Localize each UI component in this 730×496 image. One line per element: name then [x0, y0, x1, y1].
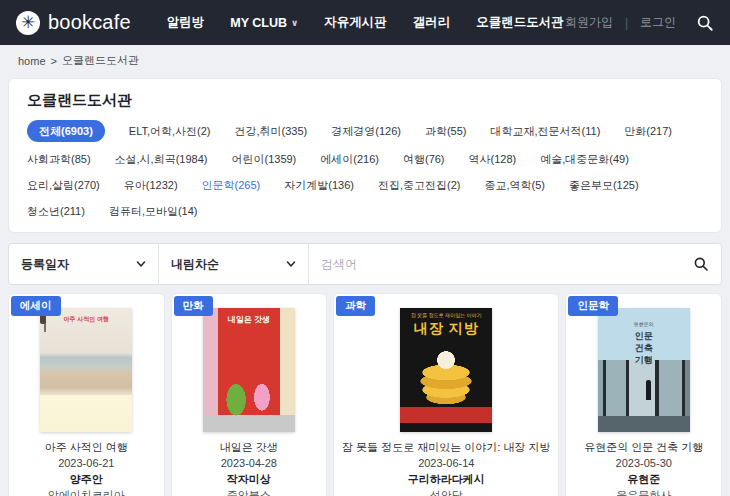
- book-title: 아주 사적인 여행: [17, 440, 156, 456]
- category-chip[interactable]: 자기계발(136): [284, 176, 354, 194]
- category-chip[interactable]: 전집,중고전집(2): [378, 176, 461, 194]
- category-chip[interactable]: 대학교재,전문서적(11): [491, 122, 601, 140]
- category-chip[interactable]: 요리,살림(270): [27, 176, 100, 194]
- book-category-badge: 에세이: [11, 296, 61, 316]
- book-pub-date: 2023-06-21: [17, 456, 156, 472]
- category-chip[interactable]: 예술,대중문화(49): [540, 150, 629, 168]
- breadcrumb-current: 오클랜드도서관: [62, 53, 139, 68]
- category-chip[interactable]: 에세이(216): [320, 150, 379, 168]
- nav-item-label: 갤러리: [413, 14, 451, 31]
- sort-field-value: 등록일자: [21, 256, 69, 273]
- book-cover-subtext: 유현준의: [598, 321, 690, 327]
- book-publisher: 알에이치코리아: [17, 488, 156, 496]
- book-title: 유현준의 인문 건축 기행: [574, 440, 713, 456]
- nav-item-label: MY CLUB: [230, 16, 287, 30]
- book-cover-title-text: 내일은 갓생: [203, 314, 295, 325]
- nav-item-label: 알림방: [167, 14, 205, 31]
- nav-item[interactable]: 오클랜드도서관: [476, 14, 564, 31]
- logo-asterisk-icon: ✳: [16, 11, 40, 35]
- category-chip[interactable]: 만화(217): [624, 122, 672, 140]
- book-publisher: 성안당: [342, 488, 550, 496]
- filter-bar: 등록일자 내림차순: [8, 243, 722, 285]
- search-icon[interactable]: [693, 256, 709, 272]
- book-cover-image: 내일은 갓생: [203, 308, 295, 432]
- chevron-down-icon: ∨: [291, 18, 298, 28]
- book-author: 구리하라다케시: [342, 472, 550, 488]
- logo-text: bookcafe: [48, 11, 131, 34]
- page-title: 오클랜드도서관: [27, 91, 703, 110]
- sort-order-select[interactable]: 내림차순: [159, 244, 309, 284]
- category-chip[interactable]: ELT,어학,사전(2): [129, 122, 211, 140]
- sort-order-value: 내림차순: [171, 256, 219, 273]
- book-pub-date: 2023-04-28: [180, 456, 319, 472]
- book-cover-subtext: 아주 사적인 여행: [40, 315, 132, 324]
- book-cover-subtext: 잠 못들 정도로 재미있는 이야기: [400, 312, 492, 318]
- book-title: 내일은 갓생: [180, 440, 319, 456]
- book-card[interactable]: 인문학 유현준의 인문 건축 기행 유현준의 인문 건축 기행 2023-05-…: [565, 293, 722, 496]
- book-category-badge: 만화: [174, 296, 213, 316]
- chevron-down-icon: [286, 259, 296, 269]
- category-chip[interactable]: 소설,시,희곡(1984): [115, 150, 208, 168]
- book-publisher: 중앙북스: [180, 488, 319, 496]
- breadcrumb-home-link[interactable]: home: [18, 55, 46, 67]
- category-chip[interactable]: 여행(76): [403, 150, 445, 168]
- book-meta: 유현준의 인문 건축 기행 2023-05-30 유현준 을유문화사: [566, 440, 721, 496]
- auth-separator: |: [625, 16, 628, 30]
- category-chip[interactable]: 유아(1232): [124, 176, 178, 194]
- header-search-icon[interactable]: [696, 14, 714, 32]
- book-cover-art: [203, 308, 295, 432]
- category-chip[interactable]: 인문학(265): [202, 176, 261, 194]
- category-chip[interactable]: 컴퓨터,모바일(14): [109, 202, 198, 220]
- category-chip[interactable]: 전체(6903): [27, 120, 105, 142]
- book-pub-date: 2023-05-30: [574, 456, 713, 472]
- category-chip[interactable]: 과학(55): [425, 122, 467, 140]
- signup-link[interactable]: 회원가입: [565, 14, 613, 31]
- nav-item-label: 자유게시판: [324, 14, 387, 31]
- logo[interactable]: ✳ bookcafe: [16, 11, 131, 35]
- chevron-down-icon: [136, 259, 146, 269]
- book-meta: 아주 사적인 여행 2023-06-21 양주안 알에이치코리아: [9, 440, 164, 496]
- book-cover-image: 잠 못들 정도로 재미있는 이야기 내장 지방: [400, 308, 492, 432]
- book-meta: 내일은 갓생 2023-04-28 작자미상 중앙북스: [172, 440, 327, 496]
- book-cover-title-text: 인문 건축 기행: [632, 330, 656, 366]
- category-chip[interactable]: 어린이(1359): [231, 150, 296, 168]
- book-card[interactable]: 만화 내일은 갓생 내일은 갓생 2023-04-28 작자미상 중앙북스 20…: [171, 293, 328, 496]
- login-link[interactable]: 로그인: [640, 14, 676, 31]
- category-chip[interactable]: 역사(128): [469, 150, 517, 168]
- top-nav-bar: ✳ bookcafe 알림방MY CLUB∨자유게시판갤러리오클랜드도서관 회원…: [0, 0, 730, 45]
- book-cover-image: 유현준의 인문 건축 기행: [598, 308, 690, 432]
- book-author: 유현준: [574, 472, 713, 488]
- category-list: 전체(6903)ELT,어학,사전(2)건강,취미(335)경제경영(126)과…: [27, 120, 703, 220]
- search-input[interactable]: [321, 257, 693, 271]
- book-pub-date: 2023-06-14: [342, 456, 550, 472]
- category-chip[interactable]: 경제경영(126): [331, 122, 401, 140]
- main-nav: 알림방MY CLUB∨자유게시판갤러리오클랜드도서관: [167, 14, 564, 31]
- category-panel: 오클랜드도서관 전체(6903)ELT,어학,사전(2)건강,취미(335)경제…: [8, 78, 722, 233]
- breadcrumb: home > 오클랜드도서관: [0, 45, 730, 74]
- nav-item[interactable]: MY CLUB∨: [230, 16, 298, 30]
- book-title: 잠 못들 정도로 재미있는 이야기: 내장 지방: [342, 440, 550, 456]
- book-meta: 잠 못들 정도로 재미있는 이야기: 내장 지방 2023-06-14 구리하라…: [334, 440, 558, 496]
- book-category-badge: 인문학: [568, 296, 618, 316]
- book-card[interactable]: 과학 잠 못들 정도로 재미있는 이야기 내장 지방 잠 못들 정도로 재미있는…: [333, 293, 559, 496]
- category-chip[interactable]: 사회과학(85): [27, 150, 91, 168]
- book-cover-art: [40, 308, 132, 432]
- category-chip[interactable]: 종교,역학(5): [484, 176, 545, 194]
- nav-item[interactable]: 자유게시판: [324, 14, 387, 31]
- header-right: 회원가입 | 로그인: [565, 14, 714, 32]
- sort-field-select[interactable]: 등록일자: [9, 244, 159, 284]
- search-area: [309, 244, 721, 284]
- book-cover-title-text: 내장 지방: [400, 320, 492, 338]
- book-author: 작자미상: [180, 472, 319, 488]
- category-chip[interactable]: 건강,취미(335): [235, 122, 308, 140]
- breadcrumb-separator: >: [51, 55, 57, 67]
- nav-item[interactable]: 알림방: [167, 14, 205, 31]
- book-card[interactable]: 에세이 아주 사적인 여행 아주 사적인 여행 2023-06-21 양주안 알…: [8, 293, 165, 496]
- nav-item-label: 오클랜드도서관: [476, 14, 564, 31]
- book-category-badge: 과학: [336, 296, 375, 316]
- book-author: 양주안: [17, 472, 156, 488]
- category-chip[interactable]: 청소년(211): [27, 202, 85, 220]
- book-grid: 에세이 아주 사적인 여행 아주 사적인 여행 2023-06-21 양주안 알…: [8, 293, 722, 496]
- nav-item[interactable]: 갤러리: [413, 14, 451, 31]
- category-chip[interactable]: 좋은부모(125): [569, 176, 639, 194]
